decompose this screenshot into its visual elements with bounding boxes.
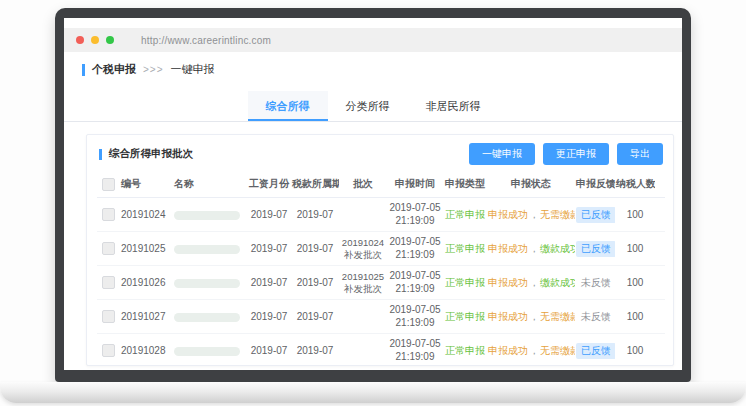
row-checkbox[interactable] (102, 276, 115, 289)
salary-month-cell: 2019-07 (247, 232, 291, 266)
status-suffix: 缴款成功 (540, 277, 575, 288)
declared-time: 21:19:09 (388, 215, 442, 228)
name-cell (173, 334, 247, 367)
salary-month-cell: 2019-07 (247, 266, 291, 300)
taxpayer-count-cell: 100 (615, 300, 655, 334)
declared-time-cell: 2019-07-05 21:19:09 (387, 334, 443, 367)
one-click-declare-button[interactable]: 一键申报 (469, 143, 535, 165)
minimize-window-icon[interactable] (91, 36, 99, 44)
select-all-cell (97, 171, 119, 198)
feedback-label: 未反馈 (576, 275, 615, 291)
declare-type-cell: 正常申报 (443, 198, 487, 232)
table-row[interactable]: 20191028 2019-07 2019-07 2019-07-05 21:1… (97, 334, 665, 367)
batch-table: 编号名称工资月份税款所属期批次申报时间申报类型申报状态申报反馈纳税人数 2019… (97, 171, 665, 366)
declare-type-label: 正常申报 (445, 243, 485, 254)
status-suffix: 无需缴款 (540, 209, 575, 220)
declared-time-cell: 2019-07-05 21:19:09 (387, 232, 443, 266)
row-select-cell (97, 232, 119, 266)
status-suffix: 缴款成功 (540, 243, 575, 254)
row-checkbox[interactable] (102, 208, 115, 221)
salary-month-cell: 2019-07 (247, 198, 291, 232)
declare-type-label: 正常申报 (445, 277, 485, 288)
declared-time: 21:19:09 (388, 249, 442, 262)
feedback-cell: 已反馈 (575, 334, 615, 367)
tab-classified-income[interactable]: 分类所得 (328, 91, 408, 121)
card-title-row: 综合所得申报批次 (99, 147, 193, 161)
column-header: 申报反馈 (575, 171, 615, 198)
status-cell: 申报成功，缴款成功 (487, 232, 575, 266)
tax-period-cell: 2019-07 (291, 232, 339, 266)
table-row[interactable]: 20191026 2019-07 2019-07 20191025 补发批次 2… (97, 266, 665, 300)
select-all-checkbox[interactable] (102, 178, 115, 191)
declared-time-cell: 2019-07-05 21:19:09 (387, 300, 443, 334)
redacted-name-placeholder (174, 279, 240, 288)
laptop-mockup: http://www.careerintlinc.com 个税申报 >>> 一键… (0, 0, 746, 406)
salary-month-cell: 2019-07 (247, 334, 291, 367)
batch-id-cell: 20191027 (119, 300, 173, 334)
correction-declare-button[interactable]: 更正申报 (543, 143, 609, 165)
declared-time: 21:19:09 (388, 283, 442, 296)
batch-cell: 20191024 补发批次 (339, 232, 387, 266)
column-header: 申报状态 (487, 171, 575, 198)
browser-window: http://www.careerintlinc.com 个税申报 >>> 一键… (64, 18, 682, 370)
row-select-cell (97, 198, 119, 232)
table-row[interactable]: 20191027 2019-07 2019-07 2019-07-05 21:1… (97, 300, 665, 334)
browser-address-bar[interactable]: http://www.careerintlinc.com (64, 28, 682, 52)
row-checkbox[interactable] (102, 242, 115, 255)
redacted-name-placeholder (174, 347, 240, 356)
status-cell: 申报成功，缴款成功 (487, 266, 575, 300)
status-prefix: 申报成功 (488, 277, 528, 288)
declared-time-cell: 2019-07-05 21:19:09 (387, 266, 443, 300)
batch-id-cell: 20191024 (119, 198, 173, 232)
row-checkbox[interactable] (102, 310, 115, 323)
declare-type-cell: 正常申报 (443, 232, 487, 266)
declare-type-cell: 正常申报 (443, 266, 487, 300)
row-checkbox[interactable] (102, 344, 115, 357)
declared-time: 21:19:09 (388, 351, 442, 364)
batch-id-cell: 20191025 (119, 232, 173, 266)
feedback-label: 已反馈 (576, 241, 615, 257)
redacted-name-placeholder (174, 313, 240, 322)
taxpayer-count-cell: 100 (615, 232, 655, 266)
table-row[interactable]: 20191024 2019-07 2019-07 2019-07-05 21:1… (97, 198, 665, 232)
breadcrumb-section: 个税申报 (92, 62, 136, 77)
status-prefix: 申报成功 (488, 311, 528, 322)
card-title-marker (99, 149, 102, 160)
close-window-icon[interactable] (76, 36, 84, 44)
declared-time-cell: 2019-07-05 21:19:09 (387, 198, 443, 232)
card-title: 综合所得申报批次 (109, 147, 193, 161)
tax-period-cell: 2019-07 (291, 198, 339, 232)
maximize-window-icon[interactable] (106, 36, 114, 44)
column-header: 批次 (339, 171, 387, 198)
status-suffix: 无需缴款 (540, 345, 575, 356)
export-button[interactable]: 导出 (617, 143, 663, 165)
status-separator: ， (529, 243, 539, 254)
salary-month-cell: 2019-07 (247, 300, 291, 334)
row-select-cell (97, 266, 119, 300)
tab-nonresident-income[interactable]: 非居民所得 (408, 91, 499, 121)
batch-label: 补发批次 (340, 283, 386, 294)
declared-time: 21:19:09 (388, 317, 442, 330)
clipped-cell: 11 (655, 198, 665, 232)
feedback-label: 已反馈 (576, 207, 615, 223)
tab-comprehensive-income[interactable]: 综合所得 (248, 91, 328, 121)
clipped-cell: 11 (655, 334, 665, 367)
declare-type-label: 正常申报 (445, 209, 485, 220)
tax-period-cell: 2019-07 (291, 300, 339, 334)
declared-date: 2019-07-05 (388, 338, 442, 351)
batch-id-cell: 20191028 (119, 334, 173, 367)
table-body: 20191024 2019-07 2019-07 2019-07-05 21:1… (97, 198, 665, 367)
breadcrumb: 个税申报 >>> 一键申报 (82, 62, 682, 77)
table-row[interactable]: 20191025 2019-07 2019-07 20191024 补发批次 2… (97, 232, 665, 266)
batch-no: 20191025 (340, 271, 386, 282)
section-marker (82, 64, 85, 76)
name-cell (173, 266, 247, 300)
batch-cell (339, 300, 387, 334)
clipped-cell: 11 (655, 300, 665, 334)
feedback-label: 未反馈 (576, 309, 615, 325)
declare-type-label: 正常申报 (445, 345, 485, 356)
action-buttons: 一键申报 更正申报 导出 (461, 143, 663, 165)
batch-label: 补发批次 (340, 249, 386, 260)
tax-period-cell: 2019-07 (291, 334, 339, 367)
name-cell (173, 232, 247, 266)
